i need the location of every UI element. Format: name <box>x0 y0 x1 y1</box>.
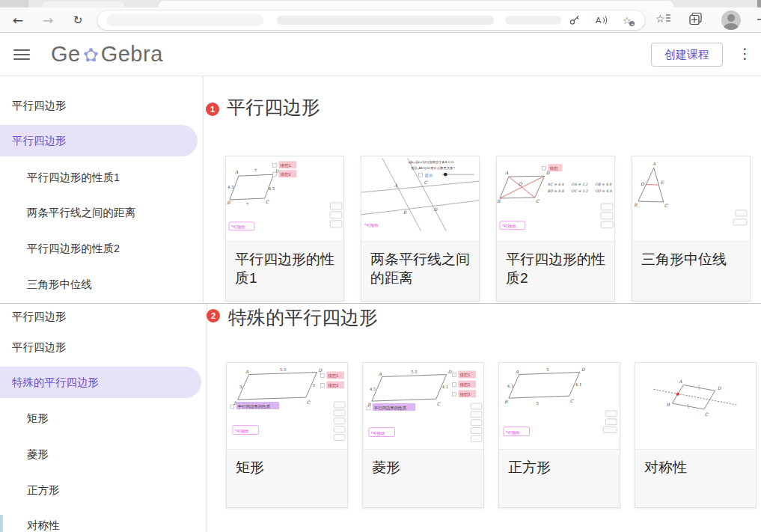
card-thumbnail: A D B C 5 4.1 4.1 5 *可拖动 <box>499 363 620 449</box>
svg-text:猜想2: 猜想2 <box>328 383 338 388</box>
resource-card[interactable]: A D B C 5.5 3 3 5.5 猜想1 猜想2 <box>226 362 348 508</box>
sidebar-item[interactable]: 平行四边形 <box>0 94 203 117</box>
svg-text:B: B <box>403 210 407 215</box>
tab-fragment <box>0 0 28 7</box>
favorites-bar-icon[interactable]: ☆ <box>655 12 670 27</box>
add-favorite-icon[interactable]: ☆+ <box>623 14 635 26</box>
svg-text:D: D <box>433 207 438 212</box>
svg-text:B: B <box>497 198 501 204</box>
more-options-icon[interactable] <box>757 19 761 20</box>
svg-text:5.5: 5.5 <box>280 367 287 372</box>
resource-card[interactable]: A B C D 对称性 <box>635 362 757 508</box>
applet-preview: A D B C 5 4.1 4.1 5 *可拖动 <box>499 363 620 449</box>
svg-text:a∥b,c∥d,e与f分别相交于A,B,C,D,: a∥b,c∥d,e与f分别相交于A,B,C,D, <box>409 160 455 165</box>
sidebar-item[interactable]: 三角形中位线 <box>0 273 203 296</box>
card-row: A D B C 7 4.5 4.5 7 猜想1 猜想2 <box>225 156 751 302</box>
svg-text:OB = 4.9: OB = 4.9 <box>595 183 612 186</box>
card-thumbnail: A D B C 7 4.5 4.5 7 猜想1 猜想2 <box>226 156 343 241</box>
browser-tab-strip[interactable] <box>0 0 761 7</box>
svg-text:3: 3 <box>313 383 316 388</box>
resource-card[interactable]: A B C D E 三角形中位线 <box>632 156 751 302</box>
sidebar-item[interactable]: 平行四边形 <box>0 336 207 358</box>
checkbox-icon <box>419 173 423 177</box>
svg-text:B: B <box>504 400 508 404</box>
sidebar-item[interactable]: 矩形 <box>0 407 207 429</box>
svg-text:提示: 提示 <box>424 173 433 178</box>
sidebar-item[interactable]: 平行四边形的性质1 <box>0 166 203 189</box>
svg-text:C: C <box>424 180 428 185</box>
resource-card[interactable]: A D B C 5.5 4.1 4.1 5.5 猜想1 猜想2 <box>362 362 484 508</box>
svg-text:D: D <box>718 386 722 391</box>
svg-text:☆: ☆ <box>655 13 665 25</box>
svg-text:猜想1: 猜想1 <box>281 163 291 168</box>
applet-preview: A B C D E <box>632 156 750 241</box>
svg-text:OA = 3.2: OA = 3.2 <box>571 183 588 186</box>
logo-text-right: Gebra <box>101 42 163 67</box>
mini-button <box>736 210 747 216</box>
resource-card[interactable]: A D B C O 猜想 AC = 6.4 OA = 3.2 OB = 4.9 … <box>496 156 615 302</box>
forward-button[interactable]: → <box>37 10 58 31</box>
svg-text:C: C <box>266 199 270 204</box>
svg-text:那么,AB与CD有什么数量关系?: 那么,AB与CD有什么数量关系? <box>412 166 456 171</box>
sidebar: 平行四边形 平行四边形 特殊的平行四边形 矩形 菱形 正方形 对称性 <box>0 304 207 532</box>
svg-text:平行四边形的性质: 平行四边形的性质 <box>238 404 271 409</box>
svg-text:*可拖动: *可拖动 <box>506 430 519 435</box>
address-bar[interactable]: A ☆+ <box>97 10 645 30</box>
sidebar-item-selected[interactable]: 平行四边形 <box>0 125 198 156</box>
card-thumbnail: A B C D a∥b,c∥d,e与f分别相交于A,B,C,D, 那么,AB与C… <box>361 156 479 241</box>
svg-text:D: D <box>448 370 453 374</box>
create-course-button[interactable]: 创建课程 <box>651 43 723 67</box>
collections-icon[interactable] <box>688 12 703 27</box>
password-key-icon[interactable] <box>569 14 581 26</box>
read-aloud-icon[interactable]: A <box>596 14 608 26</box>
svg-text:OD = 4.9: OD = 4.9 <box>595 189 612 193</box>
slider-knob <box>444 173 447 177</box>
resource-card[interactable]: A B C D a∥b,c∥d,e与f分别相交于A,B,C,D, 那么,AB与C… <box>361 156 480 302</box>
section-panel-2: 平行四边形 平行四边形 特殊的平行四边形 矩形 菱形 正方形 对称性 2 特殊的… <box>0 303 761 532</box>
kebab-menu-icon[interactable]: ⋮ <box>738 45 752 61</box>
sidebar-item[interactable]: 正方形 <box>0 479 207 501</box>
checkbox-icon <box>273 172 277 176</box>
back-button[interactable]: ← <box>7 10 28 31</box>
sidebar-item[interactable]: 平行四边形 <box>0 305 207 328</box>
mini-button <box>601 221 613 228</box>
svg-text:猜想1: 猜想1 <box>328 373 338 379</box>
svg-text:*可拖动: *可拖动 <box>371 431 385 435</box>
sidebar-item-selected[interactable]: 特殊的平行四边形 <box>0 367 201 398</box>
geogebra-logo[interactable]: Ge Gebra <box>51 40 163 68</box>
applet-preview: A B C D a∥b,c∥d,e与f分别相交于A,B,C,D, 那么,AB与C… <box>361 156 479 241</box>
resource-card[interactable]: A D B C 7 4.5 4.5 7 猜想1 猜想2 <box>225 156 344 302</box>
svg-text:C: C <box>705 412 709 417</box>
card-thumbnail: A B C D E <box>632 156 750 241</box>
svg-text:O: O <box>519 181 523 186</box>
mini-button <box>334 435 345 441</box>
sidebar-item-label: 对称性 <box>27 519 60 532</box>
section-heading: 平行四边形 <box>227 96 320 118</box>
hamburger-menu-icon[interactable] <box>13 49 30 63</box>
taskbar-edge-fragment <box>0 515 3 532</box>
redacted-url <box>505 16 561 25</box>
sidebar-item[interactable]: 菱形 <box>0 443 207 465</box>
resource-card[interactable]: A D B C 5 4.1 4.1 5 *可拖动 <box>498 362 620 508</box>
active-tab-blurred <box>159 1 673 7</box>
svg-text:A: A <box>394 183 398 188</box>
sidebar-item-label: 两条平行线之间的距离 <box>27 206 135 220</box>
svg-text:猜想2: 猜想2 <box>281 172 291 177</box>
sidebar-item[interactable]: 两条平行线之间的距离 <box>0 201 203 224</box>
sidebar-item-label: 平行四边形的性质1 <box>27 171 120 185</box>
mini-button <box>601 204 613 210</box>
mini-button <box>471 412 482 418</box>
sidebar-item[interactable]: 平行四边形的性质2 <box>0 237 203 260</box>
mini-button <box>471 428 482 434</box>
redacted-url <box>106 14 263 26</box>
card-thumbnail: A B C D <box>635 363 756 449</box>
svg-text:7: 7 <box>246 202 249 207</box>
mini-button <box>471 436 482 442</box>
refresh-button[interactable]: ↻ <box>67 10 88 31</box>
card-title: 平行四边形的性质1 <box>226 241 343 301</box>
svg-text:4.1: 4.1 <box>575 382 582 387</box>
mini-button <box>330 212 342 218</box>
sidebar-item[interactable]: 对称性 <box>0 514 207 532</box>
profile-avatar[interactable] <box>721 10 741 30</box>
card-thumbnail: A D B C 5.5 4.1 4.1 5.5 猜想1 猜想2 <box>363 363 483 449</box>
